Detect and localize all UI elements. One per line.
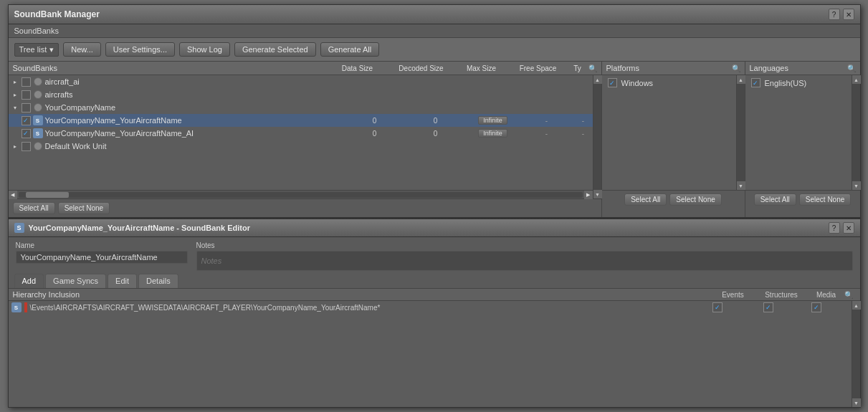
scroll-track-v[interactable] bbox=[852, 310, 860, 398]
scroll-up-button[interactable]: ▲ bbox=[593, 75, 602, 84]
row-checkbox[interactable] bbox=[22, 77, 31, 87]
platforms-select-none-button[interactable]: Select None bbox=[669, 193, 721, 206]
scroll-right-button[interactable]: ▶ bbox=[584, 191, 593, 199]
tab-add[interactable]: Add bbox=[14, 274, 44, 288]
hierarchy-empty-area bbox=[9, 314, 852, 407]
soundbanks-label: SoundBanks bbox=[14, 27, 59, 35]
table-row[interactable]: ▸ aircraft_ai bbox=[9, 75, 593, 88]
show-log-button[interactable]: Show Log bbox=[179, 42, 230, 57]
title-bar-controls: ? ✕ bbox=[829, 9, 854, 20]
tab-game-syncs[interactable]: Game Syncs bbox=[45, 274, 106, 288]
platforms-panel-content: Windows ▲ ▼ bbox=[602, 75, 745, 190]
scroll-track-v[interactable] bbox=[593, 84, 601, 190]
hierarchy-header: Hierarchy Inclusion Events Structures Me… bbox=[9, 289, 860, 301]
user-settings-button[interactable]: User Settings... bbox=[105, 42, 175, 57]
collapse-icon[interactable]: ▾ bbox=[10, 102, 20, 112]
scroll-track-v[interactable] bbox=[852, 84, 860, 181]
languages-select-none-button[interactable]: Select None bbox=[799, 193, 851, 206]
languages-list[interactable]: English(US) bbox=[745, 75, 852, 190]
events-checkbox[interactable] bbox=[712, 302, 722, 312]
free-space-cell: - bbox=[518, 117, 576, 125]
name-form-group: Name bbox=[16, 241, 188, 264]
close-button[interactable]: ✕ bbox=[843, 9, 854, 20]
events-col-header: Events bbox=[712, 291, 755, 299]
tree-list-label: Tree list bbox=[19, 45, 47, 54]
soundbanks-tree: ▸ aircraft_ai bbox=[9, 75, 601, 198]
media-checkbox[interactable] bbox=[811, 302, 821, 312]
languages-select-all-button[interactable]: Select All bbox=[754, 193, 796, 206]
scroll-up-button[interactable]: ▲ bbox=[852, 301, 861, 310]
platform-label: Windows bbox=[621, 79, 654, 87]
data-size-cell: 0 bbox=[346, 130, 404, 138]
table-row[interactable]: ▸ Default Work Unit bbox=[9, 140, 593, 153]
expand-icon[interactable]: ▸ bbox=[10, 77, 20, 87]
generate-selected-button[interactable]: Generate Selected bbox=[234, 42, 316, 57]
editor-help-button[interactable]: ? bbox=[829, 222, 840, 234]
scroll-up-button[interactable]: ▲ bbox=[737, 75, 745, 84]
platforms-list[interactable]: Windows bbox=[602, 75, 736, 190]
scroll-left-button[interactable]: ◀ bbox=[9, 191, 17, 199]
editor-close-button[interactable]: ✕ bbox=[843, 222, 854, 234]
scroll-down-button[interactable]: ▼ bbox=[737, 181, 745, 190]
table-row[interactable]: S YourCompanyName_YourAircraftName_AI 0 … bbox=[9, 127, 593, 140]
platform-checkbox[interactable] bbox=[608, 78, 617, 87]
row-checkbox[interactable] bbox=[22, 103, 31, 112]
languages-select-buttons: Select All Select None bbox=[745, 190, 860, 209]
vertical-scrollbar[interactable]: ▲ ▼ bbox=[593, 75, 601, 198]
row-checkbox[interactable] bbox=[22, 129, 31, 138]
new-button[interactable]: New... bbox=[63, 42, 101, 57]
tree-content: ▸ aircraft_ai bbox=[9, 75, 593, 198]
infinite-button[interactable]: Infinite bbox=[478, 129, 507, 138]
scroll-track-v[interactable] bbox=[737, 84, 745, 181]
platforms-vertical-scrollbar[interactable]: ▲ ▼ bbox=[736, 75, 745, 190]
max-size-col-header: Max Size bbox=[457, 64, 507, 72]
languages-vertical-scrollbar[interactable]: ▲ ▼ bbox=[852, 75, 860, 190]
max-size-cell: Infinite bbox=[468, 116, 518, 125]
scroll-track[interactable] bbox=[19, 192, 583, 198]
list-item[interactable]: Windows bbox=[605, 77, 733, 89]
soundbanks-select-none-button[interactable]: Select None bbox=[58, 202, 110, 214]
structures-checkbox[interactable] bbox=[763, 302, 773, 312]
scroll-up-button[interactable]: ▲ bbox=[852, 75, 861, 84]
scroll-thumb[interactable] bbox=[26, 192, 69, 198]
tree-area[interactable]: ▸ aircraft_ai bbox=[9, 75, 593, 190]
notes-input[interactable] bbox=[196, 251, 853, 271]
ty-cell: - bbox=[576, 116, 591, 125]
scroll-down-button[interactable]: ▼ bbox=[593, 190, 602, 198]
table-row[interactable]: ▸ aircrafts bbox=[9, 88, 593, 101]
help-button[interactable]: ? bbox=[829, 9, 840, 20]
platforms-search-icon[interactable]: 🔍 bbox=[732, 64, 740, 72]
row-checkbox[interactable] bbox=[22, 116, 31, 125]
row-checkbox[interactable] bbox=[22, 90, 31, 100]
hierarchy-content: S \Events\AIRCRAFTS\AIRCRAFT_WWISEDATA\A… bbox=[9, 301, 852, 407]
tab-details[interactable]: Details bbox=[138, 274, 178, 288]
languages-search-icon[interactable]: 🔍 bbox=[847, 64, 856, 72]
table-row[interactable]: S YourCompanyName_YourAircraftName 0 0 I… bbox=[9, 114, 593, 127]
expand-icon[interactable]: ▸ bbox=[10, 90, 20, 100]
soundbank-file-icon: S bbox=[32, 115, 44, 126]
soundbanks-search-icon[interactable]: 🔍 bbox=[588, 64, 597, 72]
language-checkbox[interactable] bbox=[751, 78, 760, 87]
row-label: Default Work Unit bbox=[45, 142, 346, 150]
editor-title-left: S YourCompanyName_YourAircraftName - Sou… bbox=[14, 223, 250, 233]
row-checkbox[interactable] bbox=[22, 142, 31, 151]
soundbanks-select-all-button[interactable]: Select All bbox=[13, 202, 55, 214]
horizontal-scrollbar[interactable]: ◀ ▶ bbox=[9, 190, 593, 198]
expand-icon[interactable]: ▸ bbox=[10, 141, 20, 151]
generate-all-button[interactable]: Generate All bbox=[320, 42, 380, 57]
platforms-select-all-button[interactable]: Select All bbox=[624, 193, 667, 206]
scroll-down-button[interactable]: ▼ bbox=[852, 181, 861, 190]
list-item[interactable]: S \Events\AIRCRAFTS\AIRCRAFT_WWISEDATA\A… bbox=[9, 301, 852, 314]
table-row[interactable]: ▾ YourCompanyName bbox=[9, 101, 593, 114]
language-label: English(US) bbox=[765, 79, 807, 87]
name-input[interactable] bbox=[16, 251, 188, 264]
tab-edit[interactable]: Edit bbox=[108, 274, 137, 288]
list-item[interactable]: English(US) bbox=[748, 77, 849, 89]
scroll-down-button[interactable]: ▼ bbox=[852, 398, 861, 407]
tree-list-dropdown[interactable]: Tree list ▾ bbox=[14, 43, 59, 57]
infinite-button[interactable]: Infinite bbox=[478, 116, 507, 125]
hierarchy-vertical-scrollbar[interactable]: ▲ ▼ bbox=[852, 301, 860, 407]
platforms-panel: Platforms 🔍 Windows ▲ ▼ Select All bbox=[602, 62, 745, 217]
hierarchy-search-icon[interactable]: 🔍 bbox=[844, 291, 856, 299]
row-label: YourCompanyName_YourAircraftName bbox=[45, 116, 346, 125]
